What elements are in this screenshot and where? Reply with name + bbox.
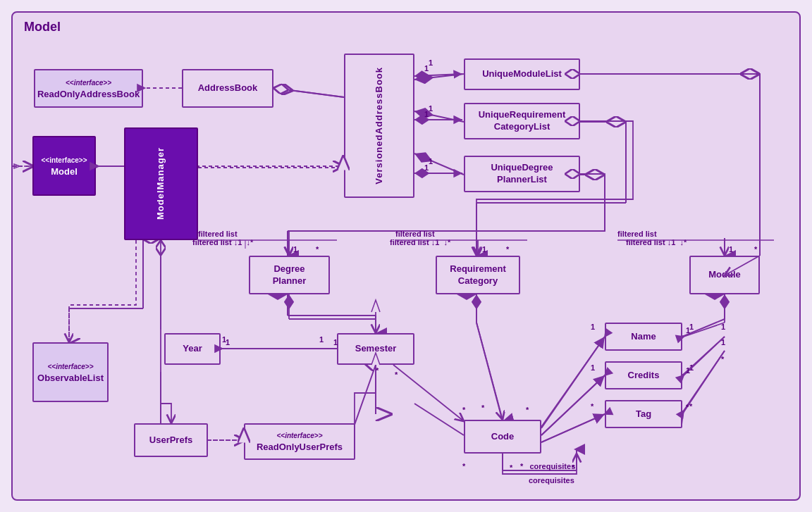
svg-text:filtered list: filtered list [395, 230, 435, 238]
svg-text:*: * [721, 355, 725, 363]
name-box: Name [605, 323, 682, 351]
svg-line-30 [414, 404, 464, 435]
code-box: Code [464, 420, 541, 454]
credits-box: Credits [605, 361, 682, 389]
svg-text:*: * [510, 463, 513, 472]
year-label: Year [183, 343, 202, 355]
tag-box: Tag [605, 400, 682, 428]
mult-sem-star: * [376, 366, 379, 375]
unique-degree-box: UniqueDegreePlannerList [464, 156, 580, 192]
unique-degree-label: UniqueDegreePlannerList [491, 162, 553, 186]
svg-line-80 [476, 323, 503, 420]
userprefs-label: UserPrefs [149, 435, 192, 447]
diagram-title: Model [24, 20, 61, 35]
svg-text:*: * [395, 370, 398, 379]
filtered-list-label-2: filtered list ↓1 ↓* [390, 238, 450, 246]
svg-text:filtered list: filtered list [617, 230, 657, 238]
mult-1a: 1 [429, 58, 433, 67]
versioned-ab-box: VersionedAddressBook [344, 54, 414, 198]
interface-model-box: <<interface>> Model [32, 136, 96, 196]
svg-line-32 [476, 323, 503, 421]
mult-mod-name-1: 1 [689, 323, 694, 331]
readonly-userprefs-box: <<interface>> ReadOnlyUserPrefs [244, 423, 355, 460]
svg-line-2 [273, 88, 344, 97]
svg-line-46 [355, 365, 376, 425]
svg-text:*: * [481, 404, 485, 412]
svg-line-36 [682, 351, 725, 414]
mult-tag-star: * [591, 402, 593, 411]
svg-line-51 [414, 74, 462, 76]
svg-text:1: 1 [721, 338, 725, 346]
corequisites-label: * corequisites [520, 462, 575, 470]
mult-name-1: 1 [591, 323, 595, 331]
mult-year-right: 1 [222, 335, 226, 344]
readonly-userprefs-label: <<interface>> ReadOnlyUserPrefs [257, 430, 343, 454]
filtered-list-label-1: filtered list ↓1 ↓* [192, 238, 253, 246]
svg-text:*: * [316, 245, 319, 254]
mult-req-star: * [462, 406, 465, 414]
year-box: Year [164, 333, 221, 365]
svg-line-77 [393, 365, 464, 421]
module-box: Module [689, 256, 760, 294]
interface-model-label: <<interface>> Model [41, 154, 87, 178]
readonly-addressbook-box: <<interface>> ReadOnlyAddressBook [34, 69, 143, 108]
svg-line-5 [414, 154, 464, 175]
svg-line-38 [541, 337, 605, 428]
svg-text:1: 1 [482, 245, 486, 254]
req-category-box: RequirementCategory [436, 256, 520, 294]
diagram-container: Model [11, 11, 801, 501]
unique-module-box: UniqueModuleList [464, 58, 580, 90]
mult-year-1: 1 [319, 335, 324, 344]
svg-text:1: 1 [721, 323, 725, 331]
mult-1c: 1 [429, 157, 433, 166]
svg-line-3 [414, 74, 464, 80]
svg-line-50 [273, 88, 344, 97]
svg-line-35 [682, 337, 725, 375]
svg-marker-48 [14, 164, 20, 168]
unique-req-box: UniqueRequirementCategoryList [464, 103, 580, 139]
observable-list-box: <<interface>> ObservableList [32, 342, 109, 402]
model-manager-box: ModelManager [124, 127, 198, 240]
degree-planner-label: DegreePlanner [273, 263, 307, 287]
mult-mod-tag-star: * [689, 402, 692, 411]
svg-line-34 [682, 319, 725, 337]
mult-code-star: * [526, 406, 529, 414]
module-label: Module [708, 269, 741, 281]
model-manager-label: ModelManager [155, 147, 167, 220]
mult-1b: 1 [429, 104, 433, 113]
unique-module-label: UniqueModuleList [482, 68, 562, 80]
credits-label: Credits [628, 370, 660, 382]
unique-req-label: UniqueRequirementCategoryList [479, 109, 566, 133]
coreq-star: * [462, 462, 465, 470]
svg-text:corequisites: corequisites [529, 476, 574, 485]
mult-mod-credits-1: 1 [689, 363, 694, 372]
mult-credits-1: 1 [591, 363, 595, 372]
userprefs-box: UserPrefs [134, 423, 208, 457]
versioned-ab-label: VersionedAddressBook [374, 67, 386, 185]
addressbook-box: AddressBook [182, 69, 273, 108]
tag-label: Tag [636, 408, 651, 420]
svg-line-40 [541, 414, 605, 442]
svg-text:*: * [754, 245, 758, 254]
svg-text:1: 1 [729, 245, 733, 254]
svg-text:filtered list: filtered list [198, 230, 238, 238]
observable-list-label: <<interface>> ObservableList [37, 361, 104, 385]
svg-line-4 [414, 111, 464, 122]
code-label: Code [491, 431, 515, 443]
name-label: Name [631, 331, 656, 343]
readonly-addressbook-label: <<interface>> ReadOnlyAddressBook [37, 77, 140, 101]
filtered-list-label-3: filtered list ↓1 ↓* [626, 238, 687, 246]
svg-text:1: 1 [293, 245, 297, 254]
svg-line-39 [541, 375, 605, 435]
semester-box: Semester [337, 333, 414, 365]
degree-planner-box: DegreePlanner [249, 256, 330, 294]
req-category-label: RequirementCategory [450, 263, 505, 287]
semester-label: Semester [355, 343, 397, 355]
svg-text:*: * [506, 245, 510, 254]
addressbook-label: AddressBook [198, 82, 258, 94]
